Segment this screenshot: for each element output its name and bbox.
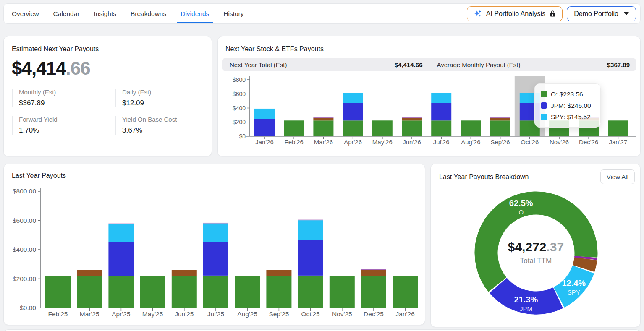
tooltip-row-jpm: JPM: $246.00 <box>541 100 594 111</box>
last-year-stacked-bar-chart[interactable]: $0.00$200.00$400.00$600.00$800.00Feb'25M… <box>8 180 424 323</box>
svg-text:Nov'25: Nov'25 <box>332 310 352 318</box>
stat-daily-est: Daily (Est) $12.09 <box>115 89 204 107</box>
tooltip-row-label: SPY: $145.52 <box>551 113 591 121</box>
svg-text:21.3%: 21.3% <box>514 295 538 304</box>
summary-total-value: $4,414.66 <box>395 61 423 68</box>
payouts-breakdown-card: Last Year Payouts Breakdown View All 12.… <box>430 164 641 327</box>
summary-avg-monthly: Average Monthly Payout (Est) $367.89 <box>429 58 636 71</box>
tab-breakdowns[interactable]: Breakdowns <box>127 4 170 23</box>
svg-text:Jul'25: Jul'25 <box>207 310 224 318</box>
svg-text:$800.00: $800.00 <box>13 188 36 195</box>
svg-text:May'25: May'25 <box>142 310 163 318</box>
portfolio-selector-button[interactable]: Demo Portfolio <box>567 6 636 21</box>
svg-text:SPY: SPY <box>568 289 580 296</box>
svg-text:O: O <box>518 209 524 216</box>
stat-yield-on-base-cost: Yield On Base Cost 3.67% <box>115 116 204 135</box>
last-year-card-title: Last Year Payouts <box>4 164 425 180</box>
svg-text:$400.00: $400.00 <box>13 246 36 253</box>
stat-value: $367.89 <box>19 99 115 107</box>
svg-text:Mar'25: Mar'25 <box>80 310 99 318</box>
estimated-next-year-payouts-card: Estimated Next Year Payouts $4,414.66 Mo… <box>3 36 212 156</box>
svg-text:Dec'26: Dec'26 <box>579 138 598 146</box>
ai-portfolio-analysis-button[interactable]: AI Portfolio Analysis <box>467 6 563 21</box>
stat-label: Forward Yield <box>19 116 115 123</box>
tab-history[interactable]: History <box>220 4 247 23</box>
stat-label: Daily (Est) <box>122 89 204 96</box>
svg-text:Aug'25: Aug'25 <box>237 310 257 318</box>
series-color-chip <box>541 91 547 97</box>
svg-text:Jun'25: Jun'25 <box>175 310 194 318</box>
svg-text:$0: $0 <box>239 133 246 140</box>
stat-forward-yield: Forward Yield 1.70% <box>12 116 115 135</box>
stat-value: 3.67% <box>122 126 204 135</box>
estimated-card-title: Estimated Next Year Payouts <box>12 45 204 53</box>
stat-label: Monthly (Est) <box>19 89 115 96</box>
stat-label: Yield On Base Cost <box>122 116 204 123</box>
summary-avg-label: Average Monthly Payout (Est) <box>437 61 521 68</box>
summary-total: Next Year Total (Est) $4,414.66 <box>222 58 429 71</box>
svg-text:Jan'27: Jan'27 <box>609 138 628 146</box>
estimated-total-amount: $4,414.66 <box>12 58 204 78</box>
svg-text:May'26: May'26 <box>372 138 393 146</box>
svg-text:Jan'26: Jan'26 <box>396 310 415 318</box>
svg-text:$600: $600 <box>233 91 246 97</box>
svg-text:Sep'25: Sep'25 <box>269 310 289 318</box>
svg-text:$200: $200 <box>233 119 246 125</box>
svg-text:$400: $400 <box>233 105 246 112</box>
svg-text:62.5%: 62.5% <box>509 198 533 208</box>
svg-text:Oct'26: Oct'26 <box>521 138 539 146</box>
series-color-chip <box>541 114 547 120</box>
tab-overview[interactable]: Overview <box>8 4 43 23</box>
svg-text:Jul'26: Jul'26 <box>433 138 450 146</box>
svg-text:Dec'25: Dec'25 <box>364 310 384 318</box>
series-color-chip <box>541 102 547 109</box>
dividends-dashboard: Overview Calendar Insights Breakdowns Di… <box>0 0 644 331</box>
next-year-payouts-card: Next Year Stock & ETFs Payouts Next Year… <box>217 36 641 156</box>
last-year-payouts-card: Last Year Payouts $0.00$200.00$400.00$60… <box>3 164 425 325</box>
svg-text:Apr'25: Apr'25 <box>112 310 130 318</box>
lock-icon <box>549 10 556 17</box>
top-navigation-bar: Overview Calendar Insights Breakdowns Di… <box>3 3 641 24</box>
summary-avg-value: $367.89 <box>607 61 630 68</box>
svg-text:Mar'26: Mar'26 <box>314 138 333 146</box>
svg-text:$800: $800 <box>233 76 246 83</box>
ai-button-label: AI Portfolio Analysis <box>486 10 545 18</box>
tab-calendar[interactable]: Calendar <box>50 4 84 23</box>
amount-dollars: $4,414 <box>12 58 66 78</box>
topbar-actions: AI Portfolio Analysis Demo Portfolio <box>467 4 640 23</box>
svg-text:Feb'26: Feb'26 <box>284 138 303 146</box>
svg-text:Nov'26: Nov'26 <box>550 138 569 146</box>
portfolio-selector-label: Demo Portfolio <box>574 10 618 18</box>
chevron-down-icon <box>624 12 629 15</box>
svg-text:Oct'25: Oct'25 <box>301 310 319 318</box>
svg-text:Sep'26: Sep'26 <box>490 138 510 146</box>
tooltip-row-label: O: $223.56 <box>551 91 583 98</box>
tooltip-row-o: O: $223.56 <box>541 89 594 100</box>
summary-total-label: Next Year Total (Est) <box>230 61 287 68</box>
nav-tabs: Overview Calendar Insights Breakdowns Di… <box>4 4 254 23</box>
payouts-breakdown-donut-chart[interactable]: 12.4%SPY21.3%JPM62.5%O <box>431 181 641 323</box>
svg-text:Jun'26: Jun'26 <box>403 138 421 146</box>
tooltip-row-label: JPM: $246.00 <box>551 102 591 109</box>
svg-text:JPM: JPM <box>520 305 532 312</box>
next-section-card-edge <box>3 329 641 331</box>
sparkles-icon <box>473 9 482 18</box>
tab-insights[interactable]: Insights <box>90 4 120 23</box>
svg-text:$200.00: $200.00 <box>13 275 36 282</box>
svg-text:$600.00: $600.00 <box>13 217 36 224</box>
breakdown-card-title: Last Year Payouts Breakdown <box>439 173 529 181</box>
estimated-stats-grid: Monthly (Est) $367.89 Daily (Est) $12.09… <box>12 89 204 135</box>
next-year-card-title: Next Year Stock & ETFs Payouts <box>218 36 640 53</box>
stat-value: $12.09 <box>122 99 204 107</box>
svg-text:12.4%: 12.4% <box>562 279 586 288</box>
tab-dividends[interactable]: Dividends <box>177 4 213 23</box>
svg-text:Feb'25: Feb'25 <box>48 310 68 318</box>
stat-value: 1.70% <box>19 126 115 135</box>
tooltip-row-spy: SPY: $145.52 <box>541 111 594 122</box>
svg-text:Jan'26: Jan'26 <box>255 138 274 146</box>
svg-text:Aug'26: Aug'26 <box>461 138 480 146</box>
svg-text:$0.00: $0.00 <box>20 304 36 311</box>
amount-cents: .66 <box>66 58 90 78</box>
svg-text:Apr'26: Apr'26 <box>344 138 362 146</box>
chart-tooltip: O: $223.56 JPM: $246.00 SPY: $145.52 <box>534 83 601 128</box>
